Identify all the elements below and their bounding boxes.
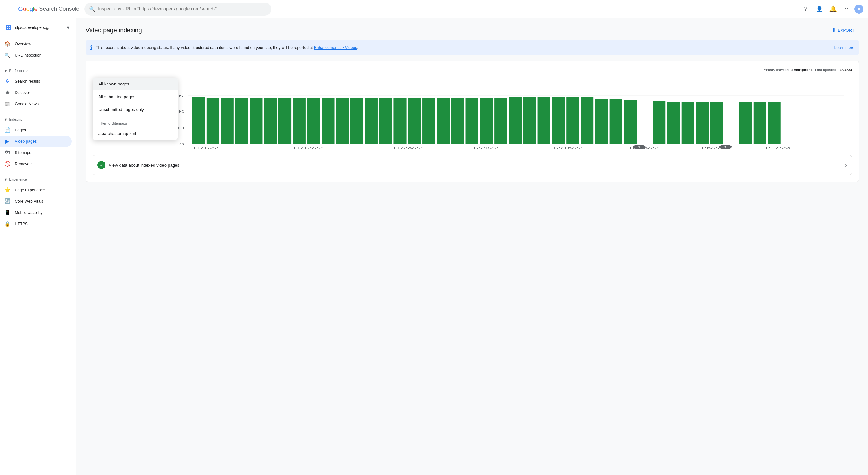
last-updated-label: Last updated: [815,68,837,72]
svg-rect-28 [408,98,421,144]
sidebar-item-overview[interactable]: 🏠 Overview [0,38,72,49]
svg-text:1/17/23: 1/17/23 [764,146,790,149]
performance-section-header[interactable]: ▾ Performance [0,66,76,76]
sidebar-item-https-label: HTTPS [15,222,28,226]
svg-rect-15 [221,98,234,144]
svg-text:0: 0 [179,142,184,146]
svg-rect-33 [480,98,493,144]
layout: https://developers.g... ▾ 🏠 Overview 🔍 U… [0,0,868,475]
sidebar-item-pages[interactable]: 📄 Pages [0,124,72,136]
mobile-icon: 📱 [4,210,10,215]
google-icon: G [4,78,10,84]
sidebar-item-core-web-vitals-label: Core Web Vitals [15,199,43,204]
enhancements-link[interactable]: Enhancements > Videos [314,45,357,50]
sidebar-item-url-inspection[interactable]: 🔍 URL inspection [0,49,72,61]
experience-section-label: Experience [9,177,27,181]
sidebar-item-removals[interactable]: 🚫 Removals [0,158,72,170]
export-icon: ⬇ [832,27,836,33]
svg-rect-35 [509,97,522,144]
sidebar-item-page-experience[interactable]: ⭐ Page Experience [0,184,72,196]
svg-text:12/15/22: 12/15/22 [552,146,583,149]
delegate-icon: 👤 [816,6,823,12]
svg-text:11/1/22: 11/1/22 [192,146,219,149]
sidebar-item-sitemaps[interactable]: 🗺 Sitemaps [0,147,72,158]
svg-rect-53 [768,102,781,144]
svg-text:11/23/22: 11/23/22 [392,146,423,149]
svg-rect-36 [523,97,536,144]
experience-section-header[interactable]: ▾ Experience [0,174,76,184]
export-button[interactable]: ⬇ EXPORT [827,25,859,36]
chevron-icon-3: ▾ [4,177,7,182]
dropdown-menu: All known pages All submitted pages Unsu… [93,77,178,140]
sidebar-item-https[interactable]: 🔒 HTTPS [0,218,72,230]
help-button[interactable]: ? [800,3,811,15]
primary-crawler-label: Primary crawler: [762,68,789,72]
page-title: Video page indexing [86,27,142,34]
svg-rect-48 [696,102,709,144]
svg-rect-42 [610,99,622,144]
site-selector[interactable]: https://developers.g... ▾ [2,22,74,33]
sidebar-item-search-results[interactable]: G Search results [0,76,72,87]
sidebar-item-sitemaps-label: Sitemaps [15,150,31,155]
chevron-down-icon: ▾ [67,24,69,31]
svg-rect-3 [7,28,8,29]
content-area: Primary crawler: Smartphone Last updated… [86,61,859,182]
svg-rect-41 [595,99,608,144]
apps-button[interactable]: ⠿ [841,3,852,15]
svg-rect-47 [682,102,694,144]
topbar-right: ? 👤 🔔 ⠿ A [800,3,864,15]
chart-area: 1.8K 1.2K 600 0 [156,93,852,149]
learn-more-link[interactable]: Learn more [834,45,855,50]
svg-rect-26 [379,98,392,144]
meta-row: Primary crawler: Smartphone Last updated… [93,68,852,72]
view-data-label: View data about indexed video pages [109,163,842,168]
search-input[interactable] [98,6,267,11]
sidebar-item-video-pages[interactable]: ▶ Video pages [0,136,72,147]
view-data-row[interactable]: ✓ View data about indexed video pages › [93,155,852,175]
video-icon: ▶ [4,138,10,144]
check-circle-icon: ✓ [97,161,105,169]
info-text: This report is about video indexing stat… [96,45,358,50]
svg-rect-25 [365,98,378,144]
logo-sc-text: Search Console [39,6,79,12]
sidebar-item-core-web-vitals[interactable]: 🔄 Core Web Vitals [0,196,72,207]
site-url-label: https://developers.g... [13,25,65,30]
sidebar-item-google-news-label: Google News [15,102,38,106]
dropdown-item-sitemap[interactable]: /search/sitemap.xml [93,127,178,140]
sidebar-item-search-results-label: Search results [15,79,40,83]
hamburger-button[interactable] [4,3,16,15]
svg-text:12/4/22: 12/4/22 [472,146,499,149]
chevron-icon-2: ▾ [4,116,7,122]
svg-rect-52 [753,102,766,144]
home-icon: 🏠 [4,41,10,47]
site-favicon [6,25,11,30]
dropdown-filter-label: Filter to Sitemaps [93,118,178,127]
svg-rect-22 [321,98,334,144]
avatar[interactable]: A [855,4,864,13]
chevron-right-icon: › [845,162,847,168]
search-bar[interactable]: 🔍 [85,3,271,15]
svg-rect-19 [278,98,291,144]
hamburger-icon [7,6,13,12]
dropdown-item-unsubmitted[interactable]: Unsubmitted pages only [93,103,178,116]
svg-rect-34 [494,98,507,144]
svg-rect-29 [423,98,435,144]
divider-3 [4,112,72,112]
indexing-section-header[interactable]: ▾ Indexing [0,114,76,124]
page-experience-icon: ⭐ [4,187,10,193]
sidebar-item-discover[interactable]: ✳ Discover [0,87,72,98]
dropdown-item-all-known[interactable]: All known pages [93,77,178,90]
svg-rect-17 [250,98,262,144]
sidebar-item-mobile-usability[interactable]: 📱 Mobile Usability [0,207,72,218]
sidebar-item-google-news[interactable]: 📰 Google News [0,98,72,109]
cwv-icon: 🔄 [4,198,10,204]
svg-rect-20 [293,98,306,144]
svg-rect-2 [9,26,10,27]
logo: Google Search Console [18,5,79,13]
dropdown-item-all-submitted[interactable]: All submitted pages [93,90,178,103]
notifications-button[interactable]: 🔔 [827,3,839,15]
delegate-button[interactable]: 👤 [814,3,825,15]
topbar: Google Search Console 🔍 ? 👤 🔔 ⠿ A [0,0,868,18]
svg-rect-27 [394,98,406,144]
sidebar-item-page-experience-label: Page Experience [15,188,45,192]
